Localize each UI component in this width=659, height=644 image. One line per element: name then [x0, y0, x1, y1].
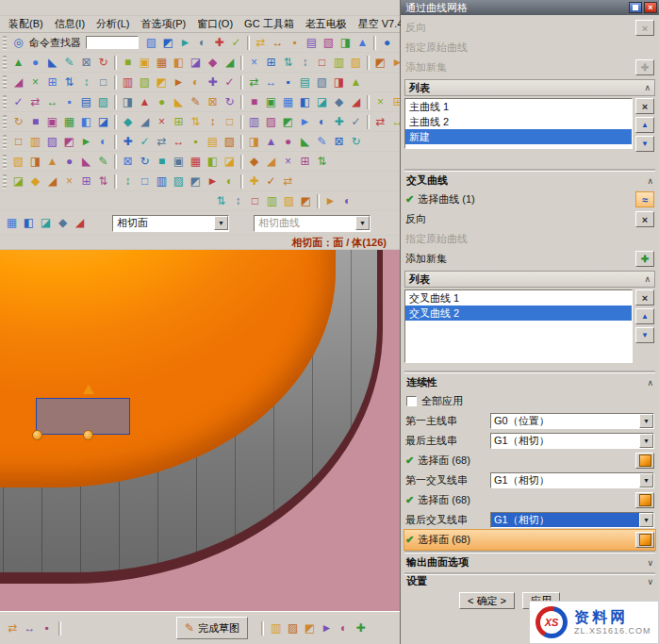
toolbar-icon[interactable]: ⊠ [120, 154, 136, 170]
toolbar-icon[interactable]: ◩ [372, 55, 388, 71]
toolbar-icon[interactable]: ◩ [154, 74, 170, 91]
toolbar-icon[interactable]: ✚ [353, 620, 369, 636]
toolbar-icon[interactable]: ⊠ [331, 134, 347, 150]
toolbar-icon[interactable]: ✓ [10, 94, 26, 110]
toolbar-icon[interactable]: ◪ [314, 94, 330, 110]
toolbar-icon[interactable]: ▪ [188, 134, 204, 150]
toolbar-icon[interactable]: ► [177, 35, 193, 51]
list-item[interactable]: 交叉曲线 1 [405, 290, 632, 305]
toolbar-icon[interactable]: ⇄ [280, 173, 296, 190]
toolbar-icon[interactable]: □ [10, 134, 26, 150]
toolbar-icon[interactable]: ▨ [348, 55, 364, 71]
toolbar-icon[interactable]: ▤ [304, 35, 320, 51]
toolbar-icon[interactable]: × [246, 55, 262, 71]
toolbar-icon[interactable]: ↔ [44, 94, 60, 110]
toolbar-icon[interactable]: ⊠ [78, 55, 94, 71]
toolbar-handle[interactable] [3, 174, 7, 189]
reverse-direction-button[interactable]: × [635, 20, 654, 36]
toolbar-icon[interactable]: ⇄ [253, 35, 269, 51]
toolbar-icon[interactable]: ◆ [55, 215, 71, 231]
toolbar-handle[interactable] [3, 155, 7, 169]
toolbar-icon[interactable]: ◩ [160, 35, 176, 51]
reverse-direction-button[interactable]: × [635, 211, 654, 227]
toolbar-icon[interactable]: ◩ [298, 193, 314, 209]
collapse-chevron-icon[interactable]: ∨ [647, 577, 653, 586]
toolbar-icon[interactable]: ▤ [78, 94, 94, 110]
toolbar-icon[interactable]: ✎ [188, 94, 204, 110]
toolbar-icon[interactable]: ◨ [331, 74, 347, 91]
toolbar-icon[interactable]: ▨ [263, 114, 279, 130]
toolbar-icon[interactable]: ● [27, 55, 43, 71]
toolbar-icon[interactable]: ✎ [95, 154, 111, 170]
toolbar-icon[interactable]: ◪ [188, 55, 204, 71]
toolbar-icon[interactable]: ► [78, 134, 94, 150]
toolbar-icon[interactable]: ✚ [205, 74, 221, 91]
primary-curve-list[interactable]: 主曲线 1主曲线 2新建 [404, 98, 633, 149]
dropdown-arrow-icon[interactable]: ▼ [639, 434, 653, 448]
toolbar-icon[interactable]: ◨ [246, 134, 262, 150]
toolbar-icon[interactable]: ◐ [95, 134, 111, 150]
toolbar-icon[interactable]: ▲ [263, 134, 279, 150]
selection-arrow-handle[interactable] [83, 385, 94, 394]
continuity-dropdown[interactable]: G1（相切）▼ [490, 433, 654, 449]
toolbar-icon[interactable]: ↻ [10, 114, 26, 130]
toolbar-icon[interactable]: ✚ [211, 35, 227, 51]
toolbar-icon[interactable]: ◣ [396, 35, 400, 51]
toolbar-icon[interactable]: ● [154, 94, 170, 110]
toolbar-icon[interactable]: × [154, 114, 170, 130]
toolbar-icon[interactable]: ◣ [171, 94, 187, 110]
toolbar-icon[interactable]: × [372, 94, 388, 110]
toolbar-icon[interactable]: ► [205, 173, 221, 190]
toolbar-icon[interactable]: ▥ [268, 620, 284, 636]
toolbar-icon[interactable]: ⇄ [5, 620, 21, 636]
toolbar-icon[interactable]: × [280, 154, 296, 170]
toolbar-icon[interactable]: ▣ [44, 114, 60, 130]
collapse-chevron-icon[interactable]: ∧ [647, 176, 653, 186]
toolbar-icon[interactable]: ✓ [263, 173, 279, 190]
toolbar-icon[interactable]: ◢ [44, 173, 60, 190]
toolbar-icon[interactable]: ◢ [263, 154, 279, 170]
menu-item[interactable]: GC 工具箱 [239, 16, 299, 32]
toolbar-icon[interactable]: ⇅ [314, 154, 330, 170]
toolbar-icon[interactable]: ▨ [171, 173, 187, 190]
toolbar-icon[interactable]: ▦ [4, 215, 20, 231]
command-finder-input[interactable] [86, 36, 139, 49]
face-select-button[interactable] [635, 492, 654, 508]
toolbar-icon[interactable]: ✚ [331, 114, 347, 130]
toolbar-icon[interactable]: ▥ [27, 134, 43, 150]
toolbar-icon[interactable]: ◢ [72, 215, 88, 231]
toolbar-icon[interactable]: ◪ [38, 215, 54, 231]
list-move-up-button[interactable]: ▲ [635, 117, 654, 133]
toolbar-icon[interactable]: ▣ [263, 94, 279, 110]
list-move-down-button[interactable]: ▼ [635, 327, 654, 343]
tangent-curve-combo[interactable]: 相切曲线 ▼ [254, 215, 371, 232]
toolbar-handle[interactable] [3, 36, 7, 50]
toolbar-icon[interactable]: ◩ [188, 173, 204, 190]
toolbar-icon[interactable]: ⇅ [280, 55, 296, 71]
toolbar-icon[interactable]: ◪ [10, 173, 26, 190]
select-face-row[interactable]: ✔选择面 (68) [404, 530, 655, 550]
toolbar-icon[interactable]: ▨ [281, 193, 297, 209]
toolbar-icon[interactable]: ▦ [154, 55, 170, 71]
list-item[interactable]: 交叉曲线 2 [405, 305, 632, 321]
toolbar-handle[interactable] [3, 56, 7, 70]
selection-handle[interactable] [32, 430, 42, 440]
toolbar-icon[interactable]: ◧ [297, 94, 313, 110]
toolbar-icon[interactable]: ► [322, 193, 338, 209]
toolbar-icon[interactable]: □ [314, 55, 330, 71]
toolbar-icon[interactable]: ◪ [222, 154, 238, 170]
toolbar-icon[interactable]: ◩ [280, 114, 296, 130]
toolbar-icon[interactable]: ✓ [228, 35, 244, 51]
toolbar-icon[interactable]: ► [297, 114, 313, 130]
continuity-dropdown[interactable]: G1（相切）▼ [490, 512, 654, 528]
toolbar-icon[interactable]: □ [222, 114, 238, 130]
list-item[interactable]: 主曲线 1 [405, 99, 632, 114]
toolbar-icon[interactable]: ◪ [95, 114, 111, 130]
toolbar-icon[interactable]: ◐ [314, 114, 330, 130]
toolbar-icon[interactable]: ◣ [78, 154, 94, 170]
toolbar-icon[interactable]: ■ [154, 154, 170, 170]
toolbar-icon[interactable]: ⇅ [95, 173, 111, 190]
face-select-button[interactable] [635, 453, 654, 469]
toolbar-icon[interactable]: ▲ [354, 35, 371, 51]
toolbar-icon[interactable]: ⊞ [44, 74, 60, 91]
